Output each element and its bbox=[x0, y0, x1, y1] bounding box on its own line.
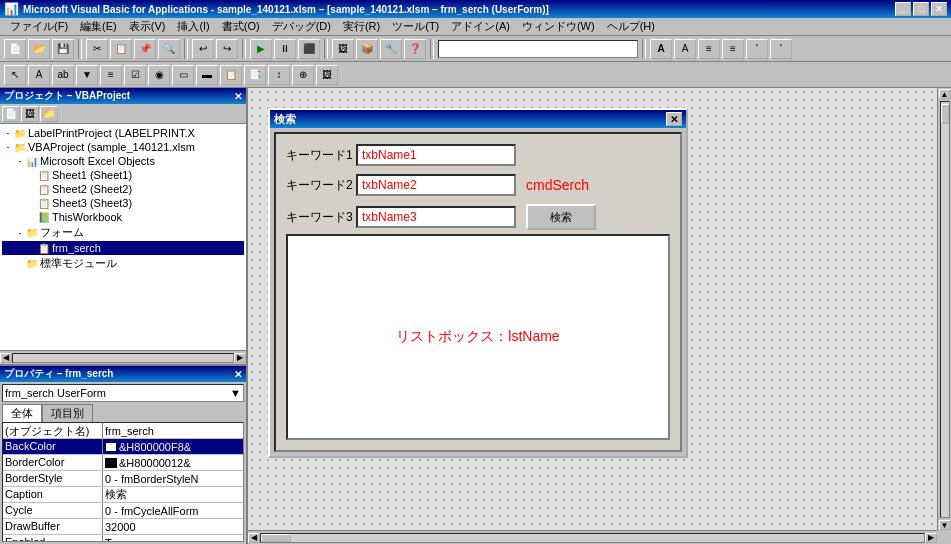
menu-run[interactable]: 実行(R) bbox=[337, 18, 386, 35]
modal-close-button[interactable]: ✕ bbox=[666, 112, 682, 126]
menu-insert[interactable]: 挿入(I) bbox=[171, 18, 215, 35]
tree-item-9[interactable]: 📁 標準モジュール bbox=[2, 255, 244, 272]
props-close[interactable]: ✕ bbox=[234, 369, 242, 380]
hscroll-left2[interactable]: ◀ bbox=[248, 533, 260, 543]
expand-7[interactable]: - bbox=[14, 228, 26, 238]
expand-1[interactable]: - bbox=[2, 142, 14, 152]
hscroll-track[interactable] bbox=[12, 353, 234, 363]
tb-outdent[interactable]: ≡ bbox=[722, 39, 744, 59]
pt-toggle[interactable]: 📁 bbox=[40, 106, 58, 122]
tab-all[interactable]: 全体 bbox=[2, 404, 42, 422]
tb2-frame[interactable]: ▭ bbox=[172, 65, 194, 85]
tb2-check[interactable]: ☑ bbox=[124, 65, 146, 85]
menu-tools[interactable]: ツール(T) bbox=[386, 18, 445, 35]
tb2-scroll[interactable]: ↕ bbox=[268, 65, 290, 85]
pt-viewobj[interactable]: 🖼 bbox=[21, 106, 39, 122]
tree-item-5[interactable]: 📋 Sheet3 (Sheet3) bbox=[2, 196, 244, 210]
center-hscrollbar[interactable]: ◀ ▶ bbox=[248, 530, 937, 544]
hscroll-track2[interactable] bbox=[260, 533, 925, 543]
tb-userform[interactable]: 🖼 bbox=[332, 39, 354, 59]
expand-4[interactable] bbox=[26, 184, 38, 194]
tree-item-4[interactable]: 📋 Sheet2 (Sheet2) bbox=[2, 182, 244, 196]
props-row-7[interactable]: Enabled True bbox=[3, 535, 243, 542]
menu-view[interactable]: 表示(V) bbox=[123, 18, 172, 35]
tb-objbrowser[interactable]: 📦 bbox=[356, 39, 378, 59]
props-row-5[interactable]: Cycle 0 - fmCycleAllForm bbox=[3, 503, 243, 519]
tb-run[interactable]: ▶ bbox=[250, 39, 272, 59]
project-close[interactable]: ✕ bbox=[234, 91, 242, 102]
tree-item-2[interactable]: - 📊 Microsoft Excel Objects bbox=[2, 154, 244, 168]
tb-cmnt2[interactable]: ' bbox=[770, 39, 792, 59]
tb-find[interactable]: 🔍 bbox=[158, 39, 180, 59]
tb2-list[interactable]: ≡ bbox=[100, 65, 122, 85]
expand-3[interactable] bbox=[26, 170, 38, 180]
tb-undo[interactable]: ↩ bbox=[192, 39, 214, 59]
tb2-multipage[interactable]: 📑 bbox=[244, 65, 266, 85]
props-selector[interactable]: frm_serch UserForm ▼ bbox=[2, 384, 244, 402]
tb2-tab[interactable]: 📋 bbox=[220, 65, 242, 85]
tb-a2[interactable]: A bbox=[674, 39, 696, 59]
props-dropdown-icon[interactable]: ▼ bbox=[230, 387, 241, 399]
toolbar-combo[interactable] bbox=[438, 40, 638, 58]
tab-category[interactable]: 項目別 bbox=[42, 404, 93, 422]
vscroll-down[interactable]: ▼ bbox=[939, 520, 951, 530]
expand-0[interactable]: - bbox=[2, 128, 14, 138]
listbox-area[interactable]: リストボックス：lstName bbox=[286, 234, 670, 440]
expand-9[interactable] bbox=[14, 259, 26, 269]
tree-item-0[interactable]: - 📁 LabelPrintProject (LABELPRINT.X bbox=[2, 126, 244, 140]
props-row-caption[interactable]: Caption 検索 bbox=[3, 487, 243, 503]
tree-item-6[interactable]: 📗 ThisWorkbook bbox=[2, 210, 244, 224]
expand-8[interactable] bbox=[26, 243, 38, 253]
tree-item-8[interactable]: 📋 frm_serch bbox=[2, 241, 244, 255]
tree-item-1[interactable]: - 📁 VBAProject (sample_140121.xlsm bbox=[2, 140, 244, 154]
tb-new[interactable]: 📄 bbox=[4, 39, 26, 59]
tb-paste[interactable]: 📌 bbox=[134, 39, 156, 59]
props-table[interactable]: (オブジェクト名) frm_serch BackColor &H800000F8… bbox=[2, 422, 244, 542]
tb-copy[interactable]: 📋 bbox=[110, 39, 132, 59]
tb2-label[interactable]: A bbox=[28, 65, 50, 85]
tb-help[interactable]: ❓ bbox=[404, 39, 426, 59]
menu-edit[interactable]: 編集(E) bbox=[74, 18, 123, 35]
pt-viewcode[interactable]: 📄 bbox=[2, 106, 20, 122]
tb-stop[interactable]: ⬛ bbox=[298, 39, 320, 59]
vscroll-up[interactable]: ▲ bbox=[939, 89, 951, 99]
tb2-radio[interactable]: ◉ bbox=[148, 65, 170, 85]
props-row-0[interactable]: (オブジェクト名) frm_serch bbox=[3, 423, 243, 439]
props-row-2[interactable]: BorderColor &H80000012& bbox=[3, 455, 243, 471]
tb2-combo[interactable]: ▼ bbox=[76, 65, 98, 85]
txbName1-input[interactable] bbox=[356, 144, 516, 166]
tb-open[interactable]: 📂 bbox=[28, 39, 50, 59]
tb-cmnt1[interactable]: ' bbox=[746, 39, 768, 59]
tb2-select[interactable]: ↖ bbox=[4, 65, 26, 85]
menu-format[interactable]: 書式(O) bbox=[216, 18, 266, 35]
tb2-textbox[interactable]: ab bbox=[52, 65, 74, 85]
props-row-1[interactable]: BackColor &H800000F8& bbox=[3, 439, 243, 455]
txbName3-input[interactable] bbox=[356, 206, 516, 228]
vscroll-thumb[interactable] bbox=[941, 104, 949, 124]
hscroll-right2[interactable]: ▶ bbox=[925, 533, 937, 543]
hscroll-left[interactable]: ◀ bbox=[0, 353, 12, 363]
expand-6[interactable] bbox=[26, 212, 38, 222]
vscroll-track[interactable] bbox=[940, 101, 950, 518]
tb2-spin[interactable]: ⊕ bbox=[292, 65, 314, 85]
hscroll-right[interactable]: ▶ bbox=[234, 353, 246, 363]
tb-redo[interactable]: ↪ bbox=[216, 39, 238, 59]
tree-item-3[interactable]: 📋 Sheet1 (Sheet1) bbox=[2, 168, 244, 182]
tb-pause[interactable]: ⏸ bbox=[274, 39, 296, 59]
tree-area[interactable]: - 📁 LabelPrintProject (LABELPRINT.X - 📁 … bbox=[0, 124, 246, 350]
txbName2-input[interactable] bbox=[356, 174, 516, 196]
menu-help[interactable]: ヘルプ(H) bbox=[601, 18, 661, 35]
tb-a[interactable]: A bbox=[650, 39, 672, 59]
tb-save[interactable]: 💾 bbox=[52, 39, 74, 59]
minimize-button[interactable]: _ bbox=[895, 2, 911, 16]
menu-window[interactable]: ウィンドウ(W) bbox=[516, 18, 601, 35]
maximize-button[interactable]: □ bbox=[913, 2, 929, 16]
tb-toolbox[interactable]: 🔧 bbox=[380, 39, 402, 59]
project-hscroll[interactable]: ◀ ▶ bbox=[0, 350, 246, 364]
tb2-img[interactable]: 🖼 bbox=[316, 65, 338, 85]
expand-2[interactable]: - bbox=[14, 156, 26, 166]
tree-item-7[interactable]: - 📁 フォーム bbox=[2, 224, 244, 241]
center-vscrollbar[interactable]: ▲ ▼ bbox=[937, 88, 951, 530]
search-button[interactable]: 検索 bbox=[526, 204, 596, 230]
menu-file[interactable]: ファイル(F) bbox=[4, 18, 74, 35]
